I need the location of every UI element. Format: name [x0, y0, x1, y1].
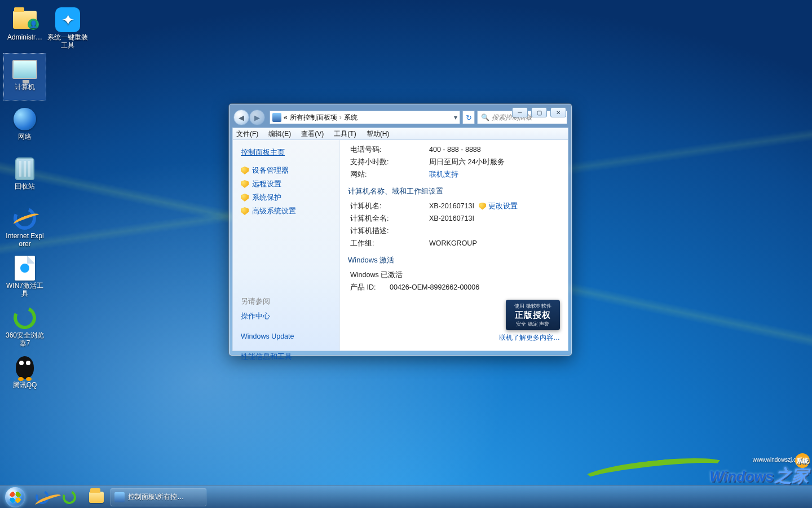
- sidebar-system-protection[interactable]: 系统保护: [241, 191, 339, 204]
- control-panel-icon: [114, 492, 125, 502]
- shield-icon: [241, 180, 249, 188]
- browser360-icon: [61, 488, 78, 506]
- activation-section-title: Windows 激活: [348, 255, 560, 265]
- control-panel-icon: [272, 113, 281, 122]
- browser360-icon: [10, 303, 39, 332]
- phone-value: 400 - 888 - 8888: [429, 143, 481, 156]
- shield-icon: [241, 194, 249, 202]
- desktop-icons-col2: ✦ 系统一键重装工具: [46, 3, 89, 51]
- activation-status: Windows 已激活: [350, 269, 403, 281]
- folder-icon: [89, 492, 104, 503]
- qq-icon: [16, 356, 34, 379]
- hours-value: 周日至周六 24小时服务: [429, 156, 505, 168]
- user-badge-icon: 👤: [28, 19, 39, 30]
- taskbar-explorer[interactable]: [83, 487, 109, 508]
- menu-edit[interactable]: 编辑(E): [268, 129, 291, 139]
- computer-name-value: XB-20160713I: [429, 200, 474, 212]
- menu-tools[interactable]: 工具(T): [334, 129, 356, 139]
- workgroup-label: 工作组:: [350, 237, 429, 249]
- breadcrumb-leaf[interactable]: 系统: [344, 113, 358, 122]
- sidebar-device-manager[interactable]: 设备管理器: [241, 164, 339, 177]
- start-button[interactable]: [2, 487, 28, 508]
- computer-fullname-label: 计算机全名:: [350, 212, 429, 225]
- desktop-icon-network[interactable]: 网络: [3, 103, 46, 150]
- close-button[interactable]: ✕: [550, 107, 566, 117]
- menu-view[interactable]: 查看(V): [301, 129, 324, 139]
- sidebar: 控制面板主页 设备管理器 远程设置 系统保护 高级系统设置 另请参阅 操作中心 …: [233, 140, 340, 351]
- refresh-button[interactable]: ↻: [462, 111, 475, 124]
- product-id-label: 产品 ID:: [350, 281, 390, 294]
- product-id-value: 00426-OEM-8992662-00006: [390, 281, 479, 294]
- seealso-action-center[interactable]: 操作中心: [241, 310, 339, 322]
- hours-label: 支持小时数:: [350, 156, 429, 168]
- workgroup-value: WORKGROUP: [429, 237, 477, 249]
- seealso-windows-update[interactable]: Windows Update: [241, 330, 339, 343]
- taskbar: 控制面板\所有控…: [0, 485, 812, 508]
- search-icon: 🔍: [481, 113, 489, 121]
- desktop-icon-qq[interactable]: 腾讯QQ: [3, 351, 46, 398]
- computer-name-label: 计算机名:: [350, 200, 429, 212]
- system-window[interactable]: ─ ▢ ✕ ◀ ▶ « 所有控制面板项 › 系统 ▾ ↻ 🔍 搜索控制面板 文件…: [228, 103, 572, 356]
- desktop-icon-computer[interactable]: 计算机: [3, 53, 46, 100]
- taskbar-ie[interactable]: [29, 487, 55, 508]
- window-controls: ─ ▢ ✕: [512, 107, 566, 117]
- network-icon: [14, 108, 36, 130]
- ie-icon: [34, 488, 51, 506]
- genuine-badge: 使用 微软® 软件 正版授权 安全 稳定 声誉: [506, 300, 560, 330]
- start-orb-icon: [5, 487, 25, 507]
- site-link[interactable]: 联机支持: [429, 168, 458, 181]
- desktop-icon-reinstall-tool[interactable]: ✦ 系统一键重装工具: [46, 3, 89, 51]
- tool-icon: ✦: [55, 7, 80, 32]
- site-label: 网站:: [350, 168, 429, 181]
- nav-back-button[interactable]: ◀: [233, 110, 249, 125]
- menu-file[interactable]: 文件(F): [236, 129, 258, 139]
- computer-desc-label: 计算机描述:: [350, 225, 429, 237]
- desktop-icon-win7-activator[interactable]: WIN7激活工具: [3, 252, 46, 299]
- content-panel: 电话号码:400 - 888 - 8888 支持小时数:周日至周六 24小时服务…: [340, 140, 568, 351]
- computer-section-title: 计算机名称、域和工作组设置: [348, 186, 560, 196]
- sidebar-advanced-settings[interactable]: 高级系统设置: [241, 204, 339, 218]
- menubar: 文件(F) 编辑(E) 查看(V) 工具(T) 帮助(H): [232, 128, 568, 140]
- change-settings-link[interactable]: 更改设置: [479, 200, 518, 212]
- see-also-title: 另请参阅: [241, 218, 339, 306]
- shield-icon: [241, 167, 249, 174]
- nav-forward-button[interactable]: ▶: [249, 110, 265, 125]
- breadcrumb-sep-left: «: [284, 113, 288, 121]
- sidebar-home[interactable]: 控制面板主页: [241, 146, 339, 159]
- breadcrumb-root[interactable]: 所有控制面板项: [290, 113, 337, 122]
- taskbar-task-control-panel[interactable]: 控制面板\所有控…: [111, 488, 206, 506]
- file-icon: [15, 256, 35, 281]
- breadcrumb-dropdown[interactable]: ▾: [454, 113, 457, 121]
- desktop-icons: 👤 Administr… 计算机 网络 回收站 Internet Explore…: [3, 3, 46, 398]
- computer-icon: [12, 60, 37, 79]
- shield-icon: [479, 203, 486, 210]
- address-bar[interactable]: « 所有控制面板项 › 系统 ▾: [270, 111, 460, 124]
- phone-label: 电话号码:: [350, 143, 429, 156]
- computer-fullname-value: XB-20160713I: [429, 212, 474, 225]
- recycle-bin-icon: [15, 157, 34, 180]
- learn-more-link[interactable]: 联机了解更多内容…: [499, 333, 560, 343]
- ie-icon: [10, 204, 39, 233]
- desktop-icon-ie[interactable]: Internet Explorer: [3, 202, 46, 249]
- menu-help[interactable]: 帮助(H): [367, 129, 390, 139]
- desktop-icon-administrator[interactable]: 👤 Administr…: [3, 3, 46, 51]
- maximize-button[interactable]: ▢: [531, 107, 547, 117]
- desktop-icon-360browser[interactable]: 360安全浏览器7: [3, 301, 46, 349]
- seealso-performance[interactable]: 性能信息和工具: [241, 351, 339, 363]
- sidebar-remote-settings[interactable]: 远程设置: [241, 177, 339, 191]
- desktop-icon-recycle-bin[interactable]: 回收站: [3, 152, 46, 200]
- shield-icon: [241, 207, 249, 215]
- minimize-button[interactable]: ─: [512, 107, 528, 117]
